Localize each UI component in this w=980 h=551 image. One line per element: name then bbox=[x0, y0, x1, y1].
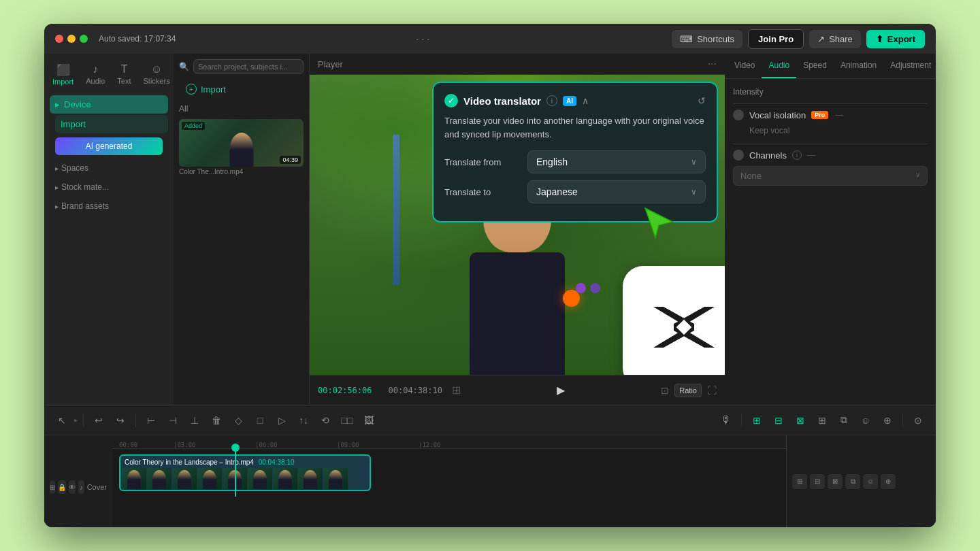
merge-btn[interactable]: ⊞ bbox=[813, 411, 832, 430]
track-icon-eye[interactable]: 👁 bbox=[69, 480, 76, 494]
sidebar-item-import[interactable]: Import bbox=[55, 115, 168, 133]
undo-button[interactable]: ↩ bbox=[89, 411, 108, 430]
sidebar-tab-stickers[interactable]: ☺ Stickers bbox=[138, 59, 176, 90]
track-icon-fit[interactable]: ⊞ bbox=[50, 480, 55, 494]
tab-speed[interactable]: Speed bbox=[796, 54, 834, 78]
vt-expand-icon[interactable]: ∧ bbox=[582, 95, 589, 106]
track-ctrl-2[interactable]: ⊟ bbox=[810, 474, 825, 489]
import-button[interactable]: + Import bbox=[179, 80, 304, 99]
app-window: Auto saved: 17:07:34 ··· ⌨ Shortcuts Joi… bbox=[44, 24, 936, 527]
sidebar-tab-import[interactable]: ⬛ Import bbox=[47, 59, 79, 90]
translate-from-dropdown[interactable]: English ∨ bbox=[527, 150, 706, 173]
more-btn[interactable]: ⊕ bbox=[878, 411, 897, 430]
translate-to-label: Translate to bbox=[444, 187, 519, 197]
speed-tool[interactable]: ▷ bbox=[272, 411, 291, 430]
film-frame-1 bbox=[122, 468, 146, 491]
translate-to-dropdown[interactable]: Japanese ∨ bbox=[527, 180, 706, 203]
sidebar-item-device[interactable]: ▸ Device bbox=[50, 95, 168, 114]
brand-assets-label: Brand assets bbox=[61, 201, 109, 211]
mask-tool[interactable]: ◇ bbox=[229, 411, 248, 430]
trim-tool[interactable]: ⊥ bbox=[185, 411, 204, 430]
film-frame-8 bbox=[298, 468, 323, 491]
text-tab-label: Text bbox=[117, 77, 131, 85]
rotate-tool[interactable]: ⟲ bbox=[316, 411, 335, 430]
share-label: Share bbox=[829, 34, 853, 44]
right-track-controls: ⊞ ⊟ ⊠ ⧉ ☺ ⊕ bbox=[786, 435, 936, 527]
tool-arrow-icon: ▸ bbox=[74, 416, 78, 424]
vocal-info-icon[interactable]: — bbox=[835, 110, 843, 120]
copy-btn[interactable]: ⧉ bbox=[834, 411, 853, 430]
sidebar-tab-audio[interactable]: ♪ Audio bbox=[80, 59, 110, 90]
search-input[interactable] bbox=[193, 59, 304, 74]
fit-icon[interactable]: ⊡ bbox=[661, 385, 669, 396]
channels-dropdown[interactable]: None ∨ bbox=[733, 166, 928, 186]
split-screen-tool[interactable]: □□ bbox=[338, 411, 357, 430]
player-controls: 00:02:56:06 00:04:38:10 ⊞ ▶ ⊡ Ratio ⛶ bbox=[310, 375, 725, 405]
tab-animation[interactable]: Animation bbox=[834, 54, 883, 78]
sep4 bbox=[902, 414, 903, 427]
flip-tool[interactable]: ↑↓ bbox=[294, 411, 313, 430]
channels-info-icon[interactable]: i bbox=[792, 150, 802, 160]
player-right-controls: ⊡ Ratio ⛶ bbox=[661, 384, 717, 397]
split-tool[interactable]: ⊢ bbox=[142, 411, 161, 430]
tab-adjustment[interactable]: Adjustment bbox=[883, 54, 936, 78]
maximize-button[interactable] bbox=[80, 35, 88, 43]
redo-button[interactable]: ↪ bbox=[111, 411, 130, 430]
settings-btn[interactable]: ⊙ bbox=[909, 411, 928, 430]
share-button[interactable]: ↗ Share bbox=[809, 30, 861, 48]
replace-tool[interactable]: 🖼 bbox=[359, 411, 378, 430]
track-ctrl-3[interactable]: ⊠ bbox=[828, 474, 843, 489]
sidebar-item-brand-assets[interactable]: ▸ Brand assets bbox=[50, 197, 168, 215]
sidebar-tab-text[interactable]: T Text bbox=[112, 59, 136, 90]
close-button[interactable] bbox=[55, 35, 63, 43]
split-right-tool[interactable]: ⊣ bbox=[163, 411, 182, 430]
delete-button[interactable]: 🗑 bbox=[207, 411, 226, 430]
channels-toggle[interactable] bbox=[733, 150, 744, 161]
vt-refresh-icon[interactable]: ↺ bbox=[698, 95, 706, 106]
ratio-button[interactable]: Ratio bbox=[674, 384, 702, 397]
export-button[interactable]: ⬆ Export bbox=[866, 30, 925, 48]
keep-vocal-label: Keep vocal bbox=[749, 126, 928, 135]
shortcuts-button[interactable]: ⌨ Shortcuts bbox=[672, 30, 742, 48]
voice-record-button[interactable]: 🎙 bbox=[717, 411, 736, 430]
sidebar-item-spaces[interactable]: ▸ Spaces bbox=[50, 159, 168, 177]
minimize-button[interactable] bbox=[67, 35, 76, 43]
track-icon-audio[interactable]: ♪ bbox=[78, 480, 84, 494]
vt-translate-to-row: Translate to Japanese ∨ bbox=[444, 180, 706, 203]
play-button[interactable]: ▶ bbox=[551, 381, 570, 400]
track-ctrl-1[interactable]: ⊞ bbox=[792, 474, 807, 489]
vt-header: ✓ Video translator i AI ∧ ↺ bbox=[444, 94, 706, 107]
import-tab-label: Import bbox=[52, 78, 74, 86]
track-duration: 00:04:38:10 bbox=[259, 458, 295, 466]
fit-clip-btn[interactable]: ⊞ bbox=[747, 411, 766, 430]
track-ctrl-5[interactable]: ☺ bbox=[863, 474, 878, 489]
tab-video[interactable]: Video bbox=[728, 54, 762, 78]
ruler-spacer bbox=[44, 435, 112, 447]
vocal-toggle[interactable] bbox=[733, 110, 744, 120]
snap-btn[interactable]: ⊟ bbox=[769, 411, 788, 430]
link-btn[interactable]: ⊠ bbox=[791, 411, 810, 430]
track-ctrl-6[interactable]: ⊕ bbox=[881, 474, 896, 489]
media-item[interactable]: Added 04:39 Color The...Intro.mp4 bbox=[179, 119, 304, 177]
film-frame-9 bbox=[323, 468, 348, 491]
ruler-marks: 00:00 |03:00 |06:00 |09:00 |12:00 bbox=[119, 441, 779, 448]
added-badge: Added bbox=[182, 122, 205, 130]
player-menu-icon[interactable]: ··· bbox=[708, 58, 717, 70]
timeline-scroll[interactable]: 00:00 |03:00 |06:00 |09:00 |12:00 bbox=[112, 435, 786, 527]
film-frame-6 bbox=[248, 468, 272, 491]
ai-generated-button[interactable]: AI generated bbox=[55, 137, 163, 155]
select-tool[interactable]: ↖ bbox=[52, 411, 71, 430]
emoji-btn[interactable]: ☺ bbox=[856, 411, 875, 430]
track-icon-lock[interactable]: 🔒 bbox=[58, 480, 66, 494]
join-pro-button[interactable]: Join Pro bbox=[748, 29, 804, 49]
playhead-top bbox=[231, 444, 240, 452]
tab-audio[interactable]: Audio bbox=[762, 54, 796, 78]
vocal-isolation-label: Vocal isolation bbox=[749, 110, 806, 120]
timeline-area: ⊞ 🔒 👁 ♪ Cover 00:00 |03:00 |06:00 |09:00… bbox=[44, 435, 936, 527]
fullscreen-button[interactable]: ⛶ bbox=[707, 385, 717, 396]
track-ctrl-4[interactable]: ⧉ bbox=[845, 474, 860, 489]
video-track[interactable]: Color Theory in the Landscape – Intro.mp… bbox=[119, 454, 371, 491]
crop-tool[interactable]: □ bbox=[250, 411, 270, 430]
sidebar-item-stock[interactable]: ▸ Stock mate... bbox=[50, 178, 168, 196]
vt-info-icon[interactable]: i bbox=[546, 95, 557, 106]
